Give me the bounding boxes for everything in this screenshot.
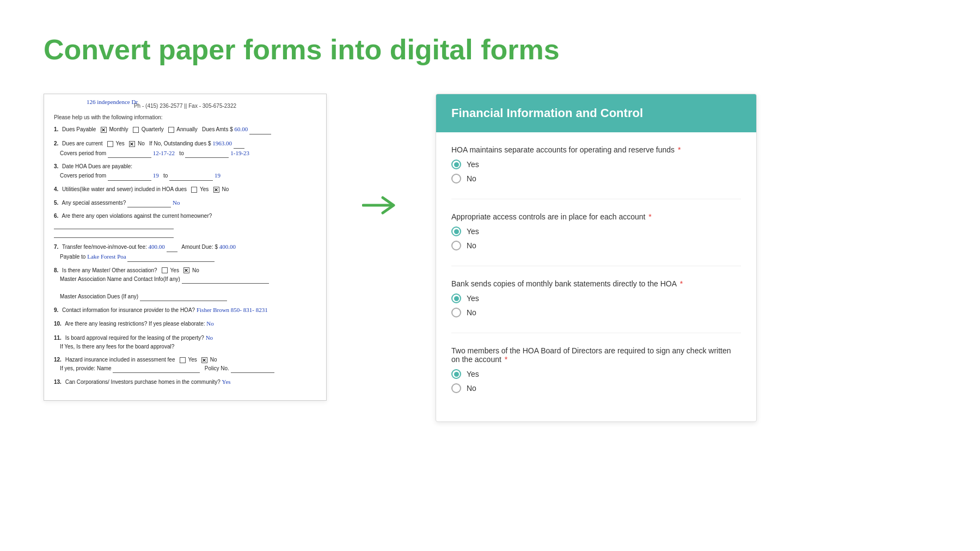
divider-1 <box>451 199 741 199</box>
radio-q2-no[interactable]: No <box>451 241 741 250</box>
paper-item-6: 6. Are there any open violations against… <box>54 212 316 238</box>
checkbox-yes-current <box>107 141 113 147</box>
paper-form-card: 126 independence Dr Ph - (415) 236-2577 … <box>44 94 327 401</box>
checkbox-no-utilities <box>213 187 219 193</box>
content-row: 126 independence Dr Ph - (415) 236-2577 … <box>44 94 936 529</box>
radio-circle-q4-yes <box>451 369 461 379</box>
radio-q1-yes[interactable]: Yes <box>451 160 741 169</box>
digital-form-header: Financial Information and Control <box>436 94 756 132</box>
digital-form-body: HOA maintains separate accounts for oper… <box>436 132 756 421</box>
digital-form-title: Financial Information and Control <box>451 106 741 120</box>
radio-q2-yes[interactable]: Yes <box>451 226 741 236</box>
checkbox-monthly <box>101 127 107 133</box>
paper-item-3: 3. Date HOA Dues are payable: Covers per… <box>54 162 316 181</box>
question-label-1: HOA maintains separate accounts for oper… <box>451 145 741 154</box>
checkbox-quarterly <box>133 127 139 133</box>
radio-circle-q4-no <box>451 383 461 393</box>
checkbox-annually <box>168 127 174 133</box>
radio-circle-q2-no <box>451 241 461 250</box>
divider-3 <box>451 333 741 333</box>
checkbox-no-current <box>129 141 135 147</box>
paper-form-header: 126 independence Dr Ph - (415) 236-2577 … <box>54 103 316 109</box>
paper-item-11: 11. Is board approval required for the l… <box>54 333 316 352</box>
arrow-container <box>359 94 403 219</box>
checkbox-yes-utilities <box>191 187 197 193</box>
paper-item-7: 7. Transfer fee/move-in/move-out fee: 40… <box>54 242 316 261</box>
checkbox-yes-master <box>162 267 168 273</box>
radio-circle-q1-no <box>451 174 461 183</box>
digital-question-2: Appropriate access controls are in place… <box>451 212 741 250</box>
paper-item-2: 2. Dues are current Yes No If No, Outsta… <box>54 139 316 158</box>
digital-question-1: HOA maintains separate accounts for oper… <box>451 145 741 183</box>
checkbox-no-master <box>183 267 189 273</box>
digital-question-4: Two members of the HOA Board of Director… <box>451 346 741 393</box>
radio-q3-no[interactable]: No <box>451 308 741 317</box>
paper-item-5: 5. Any special assessments? No <box>54 198 316 208</box>
checkbox-no-hazard <box>201 357 207 363</box>
radio-circle-q3-yes <box>451 293 461 303</box>
radio-q3-yes[interactable]: Yes <box>451 293 741 303</box>
digital-question-3: Bank sends copies of monthly bank statem… <box>451 279 741 317</box>
question-label-2: Appropriate access controls are in place… <box>451 212 741 221</box>
paper-item-4: 4. Utilities(like water and sewer) inclu… <box>54 185 316 194</box>
arrow-icon <box>362 192 400 219</box>
divider-2 <box>451 266 741 266</box>
digital-form-card: Financial Information and Control HOA ma… <box>436 94 757 422</box>
radio-q1-no[interactable]: No <box>451 174 741 183</box>
radio-q4-yes[interactable]: Yes <box>451 369 741 379</box>
paper-item-13: 13. Can Corporations/ Investors purchase… <box>54 377 316 387</box>
paper-item-10: 10. Are there any leasing restrictions? … <box>54 319 316 329</box>
radio-circle-q3-no <box>451 308 461 317</box>
paper-form-intro: Please help us with the following inform… <box>54 114 316 120</box>
radio-q4-no[interactable]: No <box>451 383 741 393</box>
paper-item-1: 1. Dues Payable Monthly Quarterly Annual… <box>54 125 316 134</box>
question-label-4: Two members of the HOA Board of Director… <box>451 346 741 364</box>
paper-item-9: 9. Contact information for insurance pro… <box>54 305 316 315</box>
radio-circle-q2-yes <box>451 226 461 236</box>
paper-item-12: 12. Hazard insurance included in assessm… <box>54 356 316 373</box>
page-headline: Convert paper forms into digital forms <box>44 33 936 66</box>
handwritten-address: 126 independence Dr <box>87 99 138 105</box>
checkbox-yes-hazard <box>180 357 186 363</box>
paper-item-8: 8. Is there any Master/ Other associatio… <box>54 266 316 301</box>
main-container: Convert paper forms into digital forms 1… <box>0 0 980 551</box>
question-label-3: Bank sends copies of monthly bank statem… <box>451 279 741 288</box>
radio-circle-q1-yes <box>451 160 461 169</box>
